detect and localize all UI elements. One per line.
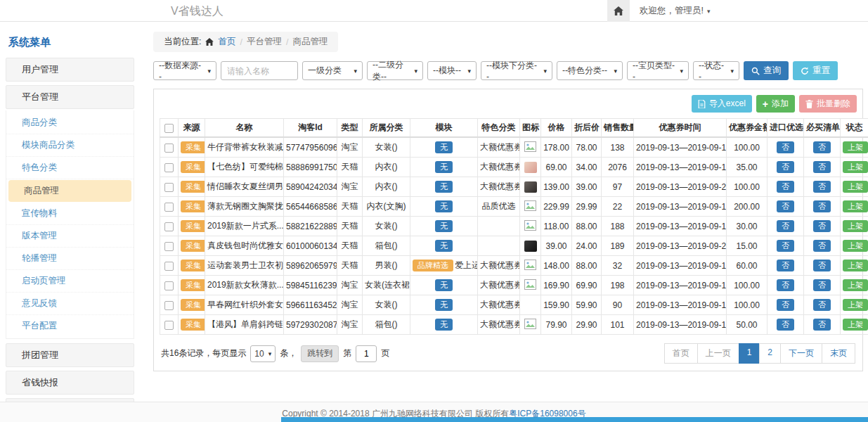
- pager-button-2[interactable]: 2: [759, 343, 781, 364]
- sidebar-item-1-7[interactable]: 启动页管理: [6, 270, 134, 293]
- status-badge[interactable]: 上架: [843, 299, 868, 312]
- pager-button-上一页[interactable]: 上一页: [697, 343, 739, 364]
- pager-button-1[interactable]: 1: [739, 343, 760, 364]
- pager-button-下一页[interactable]: 下一页: [780, 343, 822, 364]
- status-badge[interactable]: 上架: [843, 161, 868, 174]
- feature-category-select[interactable]: --特色分类--▾: [557, 61, 623, 80]
- status-badge[interactable]: 上架: [843, 200, 868, 213]
- user-menu[interactable]: 欢迎您，管理员! ▾: [640, 5, 711, 17]
- sidebar-item-1-1[interactable]: 模块商品分类: [6, 134, 134, 157]
- batch-delete-button[interactable]: 批量删除: [799, 95, 857, 113]
- row-checkbox[interactable]: [164, 143, 174, 153]
- row-checkbox[interactable]: [164, 163, 174, 172]
- must-buy-toggle-badge[interactable]: 否: [813, 161, 831, 174]
- item-type-select[interactable]: --宝贝类型--▾: [627, 61, 689, 80]
- caret-down-icon: ▾: [354, 68, 357, 75]
- pager-button-末页[interactable]: 末页: [822, 343, 855, 364]
- page-number-input[interactable]: [356, 345, 377, 362]
- row-checkbox[interactable]: [164, 281, 174, 290]
- level2-category-select[interactable]: --二级分类--▾: [367, 61, 423, 80]
- sidebar-group-0[interactable]: 用户管理: [6, 58, 134, 82]
- sidebar-item-1-5[interactable]: 版本管理: [6, 225, 134, 248]
- must-buy-toggle-badge[interactable]: 否: [813, 299, 831, 312]
- import-toggle-badge[interactable]: 否: [777, 141, 794, 154]
- must-buy-toggle-badge[interactable]: 否: [813, 200, 831, 213]
- status-badge[interactable]: 上架: [843, 260, 868, 272]
- breadcrumb-home-link[interactable]: 首页: [218, 36, 235, 48]
- must-buy-toggle-badge[interactable]: 否: [813, 279, 831, 292]
- sidebar-item-1-6[interactable]: 轮播管理: [6, 248, 134, 270]
- sidebar-item-1-3[interactable]: 商品管理: [8, 180, 131, 202]
- sidebar-item-1-2[interactable]: 特色分类: [6, 157, 134, 179]
- must-buy-toggle-badge[interactable]: 否: [813, 220, 831, 233]
- status-badge[interactable]: 上架: [843, 141, 868, 154]
- import-toggle-badge[interactable]: 否: [777, 220, 794, 233]
- feature-cell: 大额优惠券: [478, 256, 520, 276]
- import-toggle-badge[interactable]: 否: [777, 240, 794, 252]
- taoke-id-cell: 577479560965: [284, 137, 337, 158]
- import-toggle-badge[interactable]: 否: [777, 161, 794, 174]
- product-thumbnail: [524, 181, 537, 193]
- must-buy-toggle-badge[interactable]: 否: [813, 240, 831, 252]
- row-checkbox[interactable]: [164, 242, 174, 251]
- module-select[interactable]: --模块--▾: [427, 61, 477, 80]
- import-toggle-badge[interactable]: 否: [777, 181, 794, 193]
- import-toggle-badge[interactable]: 否: [777, 279, 794, 292]
- row-checkbox[interactable]: [164, 183, 174, 192]
- taoke-id-cell: 565446685867: [284, 197, 337, 217]
- status-badge[interactable]: 上架: [843, 240, 868, 252]
- broken-image-icon: [524, 319, 536, 329]
- status-select[interactable]: --状态--▾: [693, 61, 739, 80]
- pager-button-首页[interactable]: 首页: [664, 343, 698, 364]
- row-select-cell: [160, 256, 179, 276]
- table-row: 采集【港风】单肩斜跨链条...597293020870淘宝箱包()无大额优惠券7…: [160, 315, 868, 335]
- row-checkbox[interactable]: [164, 321, 174, 330]
- status-badge[interactable]: 上架: [843, 319, 868, 331]
- per-page-select[interactable]: 10 ▾: [250, 345, 276, 362]
- import-toggle-badge[interactable]: 否: [777, 299, 794, 312]
- import-toggle-badge[interactable]: 否: [777, 200, 794, 213]
- import-toggle-badge[interactable]: 否: [777, 260, 794, 272]
- import-toggle-badge[interactable]: 否: [777, 319, 794, 331]
- name-input[interactable]: [221, 61, 298, 80]
- sidebar-item-1-9[interactable]: 平台配置: [6, 315, 134, 337]
- import-excel-button[interactable]: 导入excel: [692, 95, 752, 113]
- select-all-checkbox[interactable]: [164, 124, 174, 133]
- sidebar-item-1-8[interactable]: 意见反馈: [6, 293, 134, 315]
- home-button[interactable]: [607, 0, 630, 22]
- row-checkbox[interactable]: [164, 222, 174, 231]
- row-checkbox[interactable]: [164, 203, 174, 212]
- toolbar: 导入excel + 添加 批量删除: [160, 95, 857, 113]
- status-cell: 上架: [841, 295, 868, 315]
- sidebar-group-1[interactable]: 平台管理: [6, 85, 134, 109]
- must-buy-cell: 否: [804, 158, 841, 177]
- row-checkbox[interactable]: [164, 301, 174, 310]
- module-cell: 无: [410, 158, 478, 177]
- search-button[interactable]: 查询: [744, 61, 789, 80]
- must-buy-toggle-badge[interactable]: 否: [813, 141, 831, 154]
- must-buy-toggle-badge[interactable]: 否: [813, 181, 831, 193]
- coupon-time-cell: 2019-09-13—2019-09-17: [634, 295, 727, 315]
- main-content: 当前位置: 首页 / 平台管理 / 商品管理 --数据来源--▾一级分类▾--二…: [153, 32, 863, 371]
- status-badge[interactable]: 上架: [843, 181, 868, 193]
- data-source-select[interactable]: --数据来源--▾: [153, 61, 216, 80]
- sidebar-item-1-4[interactable]: 宣传物料: [6, 203, 134, 225]
- sidebar-item-1-0[interactable]: 商品分类: [6, 112, 134, 134]
- must-buy-toggle-badge[interactable]: 否: [813, 260, 831, 272]
- must-buy-toggle-badge[interactable]: 否: [813, 319, 831, 331]
- discount-price-cell: 29.99: [572, 197, 602, 217]
- jump-button[interactable]: 跳转到: [301, 345, 339, 362]
- app-title: V省钱达人: [171, 4, 224, 19]
- icon-cell: [520, 256, 541, 276]
- column-header: 进口优选: [767, 119, 804, 138]
- sidebar-group-3[interactable]: 省钱快报: [6, 371, 134, 395]
- status-badge[interactable]: 上架: [843, 220, 868, 233]
- reset-button[interactable]: 重置: [793, 61, 838, 80]
- coupon-amount-cell: 50.00: [727, 315, 767, 335]
- sidebar-group-2[interactable]: 拼团管理: [6, 343, 134, 367]
- level1-category-select[interactable]: 一级分类▾: [302, 61, 363, 80]
- status-badge[interactable]: 上架: [843, 279, 868, 292]
- row-checkbox[interactable]: [164, 262, 174, 271]
- module-subcategory-select[interactable]: --模块下分类--▾: [481, 61, 552, 80]
- add-button[interactable]: + 添加: [756, 95, 795, 113]
